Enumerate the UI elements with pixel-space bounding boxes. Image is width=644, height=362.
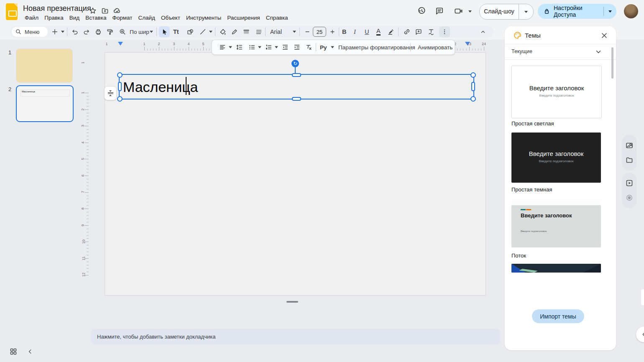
- resize-handle-nw[interactable]: [117, 72, 123, 78]
- undo-button[interactable]: [69, 26, 80, 37]
- fill-color-icon[interactable]: [217, 26, 228, 37]
- theme-card-flow[interactable]: Введите заголовок Введите подзаголовок: [511, 199, 601, 247]
- theme-card-simple-dark[interactable]: Введите заголовок Введите подзаголовок: [511, 133, 601, 183]
- decrease-indent-icon[interactable]: [280, 42, 291, 53]
- theme-label: Простая темная: [511, 186, 552, 193]
- highlight-color-icon[interactable]: [386, 26, 396, 37]
- zoom-fit-select[interactable]: По шир: [130, 29, 149, 35]
- decrease-font-size-button[interactable]: [302, 26, 313, 37]
- border-color-icon[interactable]: [229, 26, 240, 37]
- text-color-button[interactable]: A: [376, 28, 381, 36]
- border-weight-icon[interactable]: [241, 26, 252, 37]
- animate-button[interactable]: Анимировать: [414, 42, 457, 53]
- menu-format[interactable]: Формат: [109, 13, 135, 22]
- resize-handle-s[interactable]: [292, 97, 301, 101]
- text-autofit-icon[interactable]: [426, 26, 437, 37]
- record-icon[interactable]: [625, 194, 634, 202]
- slideshow-preview-icon[interactable]: [625, 179, 634, 187]
- slideshow-button[interactable]: Слайд-шоу: [479, 4, 534, 20]
- resize-handle-n[interactable]: [292, 73, 301, 77]
- rotate-handle[interactable]: ↻: [291, 60, 299, 67]
- shape-tool-icon[interactable]: [185, 26, 196, 37]
- format-options-button[interactable]: Параметры форматирования: [334, 42, 419, 53]
- comments-icon[interactable]: [434, 6, 445, 16]
- paint-format-icon[interactable]: [105, 26, 115, 37]
- menu-object[interactable]: Объект: [158, 13, 183, 22]
- menu-file[interactable]: Файл: [22, 13, 41, 22]
- bulleted-list-dropdown-icon[interactable]: [258, 46, 261, 48]
- image-search-icon[interactable]: [625, 141, 634, 150]
- border-dash-icon[interactable]: [253, 26, 264, 37]
- numbered-list-icon[interactable]: [263, 42, 274, 53]
- theme-card-partial[interactable]: [511, 264, 601, 273]
- ruler-marker-left[interactable]: [118, 42, 123, 46]
- line-spacing-widget[interactable]: [104, 86, 117, 100]
- menu-help[interactable]: Справка: [263, 13, 291, 22]
- align-icon[interactable]: [217, 42, 228, 53]
- account-avatar[interactable]: [624, 4, 638, 18]
- slideshow-dropdown[interactable]: [519, 4, 533, 19]
- font-size-input[interactable]: 25: [313, 27, 326, 37]
- resize-handle-ne[interactable]: [470, 72, 476, 78]
- share-button[interactable]: Настройки Доступа: [538, 4, 616, 19]
- slides-logo-icon[interactable]: [6, 3, 18, 20]
- document-title[interactable]: Новая презентация: [23, 4, 91, 13]
- bold-button[interactable]: B: [342, 28, 346, 35]
- font-family-dropdown-icon[interactable]: [293, 31, 296, 33]
- print-button[interactable]: [93, 26, 104, 37]
- increase-indent-icon[interactable]: [291, 42, 302, 53]
- select-tool-button[interactable]: [159, 26, 170, 37]
- textbox-tool-button[interactable]: Tt: [173, 28, 179, 35]
- panel-scrollbar[interactable]: [611, 47, 613, 79]
- import-theme-button[interactable]: Импорт темы: [532, 309, 584, 323]
- resize-handle-e[interactable]: [471, 82, 475, 91]
- grid-view-icon[interactable]: [8, 347, 18, 357]
- resize-handle-sw[interactable]: [117, 96, 123, 102]
- zoom-fit-dropdown-icon[interactable]: [150, 31, 153, 33]
- hide-menus-button[interactable]: [478, 26, 488, 37]
- speaker-notes[interactable]: Нажмите, чтобы добавить заметки докладчи…: [91, 329, 500, 344]
- font-family-select[interactable]: Arial: [270, 28, 282, 35]
- close-panel-icon[interactable]: [600, 31, 608, 40]
- share-dropdown[interactable]: [603, 7, 616, 16]
- align-dropdown-icon[interactable]: [229, 46, 232, 48]
- clear-formatting-icon[interactable]: [303, 42, 314, 53]
- menu-view[interactable]: Вид: [66, 13, 82, 22]
- notes-resize-handle[interactable]: [286, 301, 298, 303]
- underline-button[interactable]: U: [365, 28, 369, 35]
- slide-2-thumbnail[interactable]: Масленица: [16, 85, 74, 122]
- numbered-list-dropdown-icon[interactable]: [275, 46, 278, 48]
- slide-1-thumbnail[interactable]: [16, 48, 73, 83]
- title-textbox[interactable]: Масленица: [119, 74, 474, 99]
- theme-card-simple-light[interactable]: Введите заголовок Введите подзаголовок: [511, 66, 602, 118]
- insert-link-icon[interactable]: [401, 26, 412, 37]
- toolbar-search-menu[interactable]: Меню: [12, 27, 48, 37]
- collapse-filmstrip-icon[interactable]: [26, 347, 34, 356]
- resize-handle-w[interactable]: [118, 82, 122, 91]
- folder-icon[interactable]: [625, 156, 634, 164]
- menu-insert[interactable]: Вставка: [82, 13, 109, 22]
- add-comment-icon[interactable]: [413, 26, 424, 37]
- version-history-icon[interactable]: [417, 6, 427, 16]
- themes-section-header[interactable]: Текущие: [505, 44, 616, 60]
- bulleted-list-icon[interactable]: [246, 42, 257, 53]
- menu-slide[interactable]: Слайд: [135, 13, 158, 22]
- menu-tools[interactable]: Инструменты: [183, 13, 224, 22]
- more-options-button[interactable]: [439, 26, 450, 37]
- italic-button[interactable]: I: [354, 28, 356, 36]
- line-spacing-icon[interactable]: [234, 42, 245, 53]
- resize-handle-se[interactable]: [470, 96, 476, 102]
- new-slide-button[interactable]: [49, 26, 60, 37]
- paragraph-style-dropdown-icon[interactable]: [331, 46, 334, 48]
- new-slide-dropdown-icon[interactable]: [61, 31, 64, 33]
- redo-button[interactable]: [81, 26, 92, 37]
- line-tool-dropdown-icon[interactable]: [209, 31, 212, 33]
- line-tool-icon[interactable]: [197, 26, 208, 37]
- meet-camera-icon[interactable]: [452, 6, 465, 16]
- zoom-icon[interactable]: [117, 26, 128, 37]
- paragraph-style-button[interactable]: Ру: [320, 44, 327, 51]
- menu-extensions[interactable]: Расширения: [224, 13, 263, 22]
- increase-font-size-button[interactable]: [327, 26, 338, 37]
- menu-edit[interactable]: Правка: [41, 13, 66, 22]
- camera-dropdown-icon[interactable]: [468, 10, 472, 13]
